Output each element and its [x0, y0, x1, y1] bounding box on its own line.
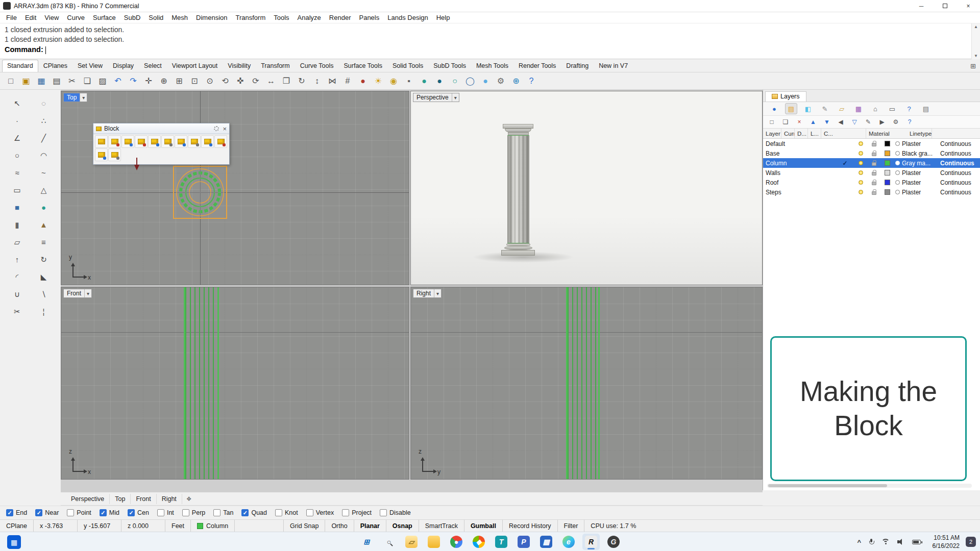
layer-lock-toggle[interactable] [866, 187, 879, 197]
layer-column-header[interactable]: C... [821, 129, 866, 138]
layer-color-swatch[interactable] [879, 158, 893, 168]
move-up-icon[interactable]: ▲ [808, 117, 818, 127]
layer-material[interactable]: Plaster [893, 187, 938, 197]
menu-subd[interactable]: SubD [120, 13, 145, 22]
volume-tray-icon[interactable] [897, 539, 905, 545]
layer-row[interactable]: Walls ✓ Plaster Continuous [763, 168, 980, 178]
tab-solid-tools[interactable]: Solid Tools [387, 60, 428, 72]
create-block-icon[interactable] [108, 135, 121, 148]
viewport-title-front[interactable]: Front [63, 289, 92, 298]
osnap-mid[interactable]: Mid [100, 509, 119, 516]
layer-visibility-toggle[interactable] [853, 178, 866, 187]
layer-row[interactable]: Base ✓ Black gra... Continuous [763, 148, 980, 158]
viewport-front[interactable]: Front z x [61, 287, 409, 480]
lamp-icon[interactable]: ◉ [387, 74, 400, 88]
layer-row[interactable]: Column ✓ Gray ma... Continuous [763, 158, 980, 168]
scroll-down-icon[interactable]: ▼ [974, 54, 978, 58]
toolbar-gear-icon[interactable] [214, 126, 219, 131]
layer-name[interactable]: Steps [763, 187, 835, 197]
layer-settings-icon[interactable]: ⚙ [891, 117, 900, 127]
materials-panel-tab[interactable]: ✎ [819, 103, 831, 114]
sun-icon[interactable]: ☀ [372, 74, 385, 88]
osnap-perp[interactable]: Perp [182, 509, 205, 516]
menu-view[interactable]: View [40, 13, 63, 22]
osnap-disable[interactable]: Disable [380, 509, 411, 516]
select-icon[interactable]: ↖ [9, 96, 26, 110]
lock-icon[interactable]: ▪ [402, 74, 415, 88]
viewport-tab-top[interactable]: Top [110, 494, 131, 504]
undo-icon[interactable]: ↶ [111, 74, 125, 88]
layer-linetype[interactable]: Continuous [938, 168, 978, 178]
taskbar-start[interactable]: ⊞ [358, 534, 375, 550]
layer-name[interactable]: Column [763, 158, 835, 168]
cylinder-icon[interactable]: ▮ [9, 217, 26, 232]
tab-set-view[interactable]: Set View [72, 60, 108, 72]
current-layer-check[interactable]: ✓ [835, 187, 853, 197]
freeform-curve-icon[interactable]: ~ [35, 165, 53, 180]
menu-curve[interactable]: Curve [63, 13, 89, 22]
options-icon[interactable]: ⚙ [494, 74, 507, 88]
checkbox-icon[interactable] [241, 509, 249, 516]
checkbox-icon[interactable] [35, 509, 42, 516]
menu-dimension[interactable]: Dimension [192, 13, 231, 22]
viewport-title-right[interactable]: Right [413, 289, 442, 298]
layer-material[interactable]: Gray ma... [893, 158, 938, 168]
layer-lock-toggle[interactable] [866, 168, 879, 178]
layer-visibility-toggle[interactable] [853, 168, 866, 178]
libraries-panel-tab[interactable]: ▱ [836, 103, 848, 114]
viewport-tab-perspective[interactable]: Perspective [66, 494, 110, 504]
rotate-icon[interactable]: ↻ [295, 74, 308, 88]
layer-color-swatch[interactable] [879, 139, 893, 148]
lasso-select-icon[interactable]: ◌ [35, 96, 53, 110]
viewport-title-perspective[interactable]: Perspective [413, 93, 459, 102]
taskbar-rhino[interactable]: R [582, 534, 600, 550]
current-layer-check[interactable]: ✓ [835, 148, 853, 158]
match-layer-icon[interactable]: ✎ [864, 117, 873, 127]
viewport-tab-right[interactable]: Right [157, 494, 182, 504]
viewport-menu-arrow-icon[interactable] [452, 93, 459, 102]
grid-snap-pane[interactable]: Grid Snap [284, 520, 325, 532]
tab-mesh-tools[interactable]: Mesh Tools [471, 60, 513, 72]
layer-name[interactable]: Default [763, 139, 835, 148]
layer-column-header[interactable]: Material [866, 129, 907, 138]
rendered-display-icon[interactable]: ● [433, 74, 446, 88]
layer-visibility-toggle[interactable] [853, 187, 866, 197]
layer-column-header[interactable]: Curr... [781, 129, 795, 138]
layer-lock-toggle[interactable] [866, 178, 879, 187]
redo-icon[interactable]: ↷ [127, 74, 140, 88]
extrude-icon[interactable]: ↑ [9, 252, 26, 266]
menu-surface[interactable]: Surface [89, 13, 120, 22]
planar-pane[interactable]: Planar [354, 520, 386, 532]
close-button[interactable]: × [957, 0, 980, 12]
osnap-cen[interactable]: Cen [128, 509, 149, 516]
previous-layer-icon[interactable]: ◀ [836, 117, 845, 127]
taskbar-powerpoint[interactable]: P [515, 534, 532, 550]
tab-render-tools[interactable]: Render Tools [513, 60, 561, 72]
paste-icon[interactable]: ▨ [96, 74, 109, 88]
layer-row[interactable]: Steps ✓ Plaster Continuous [763, 187, 980, 197]
insert-block-icon[interactable] [95, 135, 108, 148]
tab-visibility[interactable]: Visibility [223, 60, 256, 72]
layer-material[interactable]: Plaster [893, 168, 938, 178]
taskbar-clock[interactable]: 10:51 AM 6/16/2022 [933, 534, 960, 550]
menu-lands-design[interactable]: Lands Design [383, 13, 432, 22]
link-block-icon[interactable] [201, 135, 214, 148]
tab-surface-tools[interactable]: Surface Tools [338, 60, 387, 72]
snap-icon[interactable]: # [341, 74, 354, 88]
checkbox-icon[interactable] [182, 509, 189, 516]
explode-block-icon[interactable] [135, 135, 148, 148]
checkbox-icon[interactable] [213, 509, 220, 516]
notification-badge[interactable]: 2 [966, 537, 976, 547]
layer-column-header[interactable]: D... [795, 129, 808, 138]
filter-pane[interactable]: Filter [558, 520, 585, 532]
curve-icon[interactable]: ≈ [9, 165, 26, 180]
sphere-icon[interactable]: ● [35, 200, 53, 214]
taskbar-file-explorer[interactable]: ▱ [403, 534, 420, 550]
current-layer-check[interactable]: ✓ [835, 139, 853, 148]
zoom-extents-icon[interactable]: ⊡ [188, 74, 201, 88]
zoom-dynamic-icon[interactable]: ⊕ [157, 74, 170, 88]
split-icon[interactable]: ¦ [35, 304, 53, 318]
viewport-tab-front[interactable]: Front [131, 494, 156, 504]
layer-column-header[interactable]: Linetype [907, 129, 932, 138]
layer-color-swatch[interactable] [879, 168, 893, 178]
